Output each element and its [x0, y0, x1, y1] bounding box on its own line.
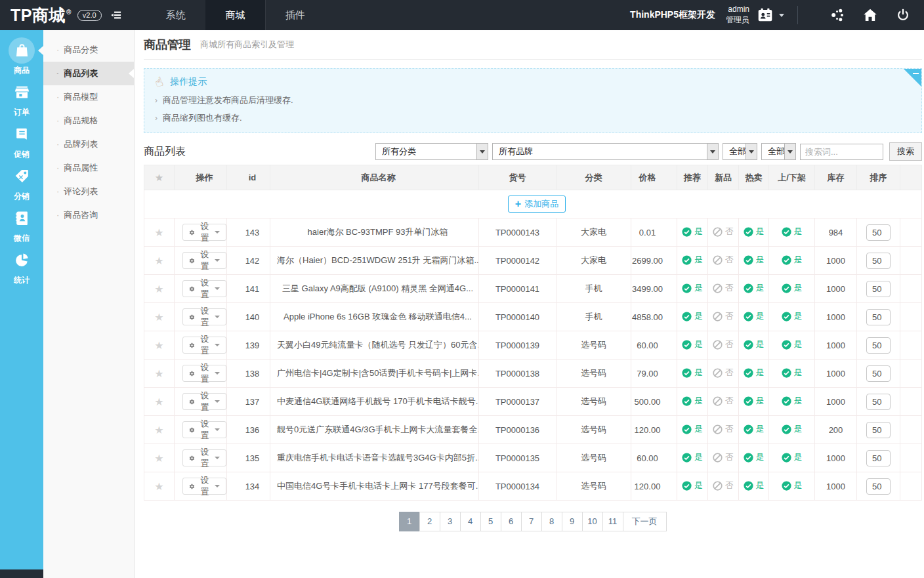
status-yes-badge[interactable]: 是 [782, 367, 803, 379]
submenu-item-5[interactable]: ·商品属性 [43, 156, 134, 180]
star-icon[interactable]: ★ [154, 340, 163, 351]
status-no-badge[interactable]: 否 [713, 423, 734, 435]
status-yes-badge[interactable]: 是 [744, 451, 765, 463]
status-yes-badge[interactable]: 是 [744, 339, 765, 350]
status-yes-badge[interactable]: 是 [782, 423, 803, 435]
topbar-menu-item-0[interactable]: 系统 [146, 0, 205, 30]
status-yes-badge[interactable]: 是 [744, 395, 765, 407]
status-yes-badge[interactable]: 是 [682, 423, 703, 435]
status-yes-badge[interactable]: 是 [682, 226, 703, 237]
settings-button[interactable]: 设置 [182, 308, 226, 325]
add-product-button[interactable]: + 添加商品 [508, 196, 566, 213]
status-no-badge[interactable]: 否 [713, 367, 734, 379]
topbar-menu-item-2[interactable]: 插件 [265, 0, 325, 30]
sort-input[interactable] [866, 281, 891, 297]
sidebar-item-promo[interactable]: 促销 [0, 119, 43, 161]
settings-button[interactable]: 设置 [182, 365, 226, 382]
settings-button[interactable]: 设置 [182, 280, 226, 297]
home-button[interactable] [862, 7, 878, 23]
settings-button[interactable]: 设置 [182, 393, 226, 410]
status-yes-badge[interactable]: 是 [744, 226, 765, 237]
sidebar-item-dist[interactable]: 分销 [0, 161, 43, 203]
status-yes-badge[interactable]: 是 [744, 254, 765, 266]
category-select[interactable]: 所有分类 [375, 143, 488, 160]
sort-input[interactable] [866, 394, 891, 410]
pagination-page-button[interactable]: 7 [521, 512, 542, 531]
pagination-next-button[interactable]: 下一页 [623, 512, 667, 531]
topbar-menu-item-1[interactable]: 商城 [205, 0, 265, 30]
submenu-item-6[interactable]: ·评论列表 [43, 180, 134, 203]
pagination-page-button[interactable]: 10 [582, 512, 603, 531]
sidebar-item-wechat[interactable]: 微信 [0, 203, 43, 245]
status-yes-badge[interactable]: 是 [782, 282, 803, 294]
status-yes-badge[interactable]: 是 [782, 254, 803, 266]
star-icon[interactable]: ★ [154, 396, 163, 407]
star-icon[interactable]: ★ [154, 453, 163, 464]
sidebar-item-goods[interactable]: 商品 [0, 35, 43, 77]
pagination-page-button[interactable]: 11 [602, 512, 623, 531]
sort-input[interactable] [866, 365, 891, 382]
status-yes-badge[interactable]: 是 [682, 480, 703, 491]
collapse-menu-button[interactable] [102, 0, 131, 30]
status-yes-badge[interactable]: 是 [782, 451, 803, 463]
status-yes-badge[interactable]: 是 [744, 367, 765, 379]
status-no-badge[interactable]: 否 [713, 480, 734, 491]
status-yes-badge[interactable]: 是 [782, 226, 803, 237]
sidebar-item-stats[interactable]: 统计 [0, 245, 43, 287]
tips-collapse-button[interactable] [904, 69, 921, 87]
pagination-page-button[interactable]: 3 [440, 512, 461, 531]
pagination-page-button[interactable]: 6 [501, 512, 522, 531]
star-icon[interactable]: ★ [154, 481, 163, 492]
status-no-badge[interactable]: 否 [713, 339, 734, 350]
pagination-page-button[interactable]: 5 [480, 512, 501, 531]
status-select-a[interactable]: 全部 [723, 143, 757, 160]
status-yes-badge[interactable]: 是 [682, 451, 703, 463]
submenu-item-0[interactable]: ·商品分类 [43, 38, 134, 62]
status-yes-badge[interactable]: 是 [744, 423, 765, 435]
brand-select[interactable]: 所有品牌 [492, 143, 719, 160]
star-icon[interactable]: ★ [154, 312, 163, 323]
status-yes-badge[interactable]: 是 [744, 310, 765, 322]
sort-input[interactable] [866, 224, 891, 241]
status-no-badge[interactable]: 否 [713, 310, 734, 322]
settings-button[interactable]: 设置 [182, 224, 226, 241]
search-input[interactable] [800, 144, 883, 160]
settings-button[interactable]: 设置 [182, 337, 226, 354]
settings-button[interactable]: 设置 [182, 252, 226, 269]
status-yes-badge[interactable]: 是 [682, 254, 703, 266]
star-icon[interactable]: ★ [154, 227, 163, 238]
sort-input[interactable] [866, 450, 891, 466]
status-yes-badge[interactable]: 是 [782, 310, 803, 322]
star-icon[interactable]: ★ [154, 255, 163, 266]
pagination-page-button[interactable]: 1 [399, 512, 420, 531]
star-icon[interactable]: ★ [154, 283, 163, 295]
sort-input[interactable] [866, 253, 891, 269]
clear-cache-button[interactable] [830, 7, 845, 23]
sort-input[interactable] [866, 422, 891, 438]
status-yes-badge[interactable]: 是 [782, 395, 803, 407]
status-no-badge[interactable]: 否 [713, 451, 734, 463]
submenu-item-1[interactable]: ·商品列表 [43, 62, 134, 85]
star-icon[interactable]: ★ [154, 368, 163, 379]
star-icon[interactable]: ★ [154, 424, 163, 436]
sort-input[interactable] [866, 309, 891, 325]
status-yes-badge[interactable]: 是 [744, 480, 765, 491]
sort-input[interactable] [866, 478, 891, 495]
settings-button[interactable]: 设置 [182, 449, 226, 466]
user-menu-button[interactable] [756, 7, 784, 24]
submenu-item-3[interactable]: ·商品规格 [43, 109, 134, 133]
submenu-item-2[interactable]: ·商品模型 [43, 85, 134, 109]
settings-button[interactable]: 设置 [182, 421, 226, 438]
submenu-item-7[interactable]: ·商品咨询 [43, 203, 134, 227]
sort-input[interactable] [866, 337, 891, 354]
pagination-page-button[interactable]: 8 [541, 512, 562, 531]
status-no-badge[interactable]: 否 [713, 226, 734, 237]
search-button[interactable]: 搜索 [889, 142, 922, 161]
pagination-page-button[interactable]: 4 [460, 512, 481, 531]
status-no-badge[interactable]: 否 [713, 282, 734, 294]
status-yes-badge[interactable]: 是 [682, 339, 703, 350]
status-yes-badge[interactable]: 是 [682, 282, 703, 294]
status-yes-badge[interactable]: 是 [782, 480, 803, 491]
status-no-badge[interactable]: 否 [713, 254, 734, 266]
status-select-b[interactable]: 全部 [761, 143, 796, 160]
